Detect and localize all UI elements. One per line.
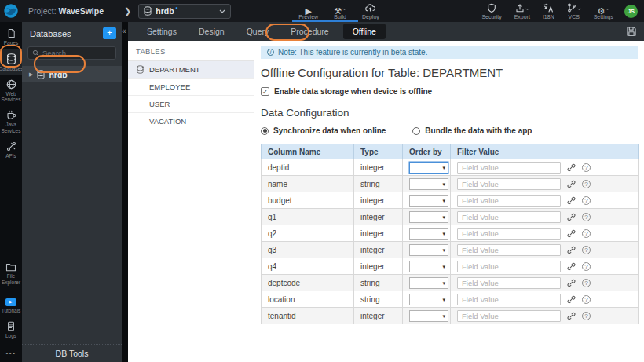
vcs-button[interactable]: VCS [567, 3, 581, 20]
filter-value-input[interactable] [457, 277, 561, 289]
db-modified-marker: * [176, 6, 178, 12]
sidebar-item-tutorials[interactable]: ▶Tutorials [0, 288, 22, 317]
radio-bundle-the-data-with-the-app[interactable]: Bundle the data with the app [412, 126, 532, 135]
help-icon[interactable]: ? [582, 180, 591, 188]
link-icon[interactable] [567, 213, 576, 221]
apis-icon [6, 141, 16, 152]
link-icon[interactable] [567, 196, 576, 205]
link-icon[interactable] [567, 180, 576, 188]
db-selector-dropdown[interactable]: hrdb * [138, 4, 231, 19]
add-database-button[interactable]: + [103, 27, 116, 39]
project-name: WaveSwipe [59, 6, 104, 16]
filter-value-input[interactable] [457, 162, 561, 174]
help-icon[interactable]: ? [582, 262, 591, 271]
filter-value-input[interactable] [457, 310, 561, 322]
radio-button-icon[interactable] [412, 127, 420, 135]
wavemaker-logo-icon [2, 2, 20, 20]
table-item-employee[interactable]: EMPLOYEE [128, 79, 254, 96]
link-icon[interactable] [567, 229, 576, 238]
db-selector-value: hrdb [156, 6, 174, 16]
column-name-cell: name [262, 176, 354, 192]
link-icon[interactable] [567, 246, 576, 254]
filter-value-input[interactable] [457, 178, 561, 190]
page-title: Offline Configuration for Table: DEPARTM… [261, 66, 638, 79]
help-icon[interactable]: ? [582, 246, 591, 254]
help-icon[interactable]: ? [582, 213, 591, 221]
db-item-hrdb[interactable]: ▶ hrdb [22, 66, 122, 82]
table-row-deptcode: deptcodestring▾? [262, 275, 639, 291]
enable-offline-checkbox[interactable]: ✓ [261, 87, 269, 96]
select-caret-icon: ▾ [442, 280, 445, 286]
export-button[interactable]: Export [514, 3, 530, 20]
build-button[interactable]: ⚒Build [334, 3, 346, 20]
collapse-panel-icon[interactable]: « [122, 27, 126, 35]
help-icon[interactable]: ? [582, 312, 591, 320]
user-avatar[interactable]: JS [624, 5, 638, 18]
table-row-q4: q4integer▾? [262, 258, 639, 275]
i18n-button[interactable]: I18N [543, 3, 554, 20]
sidebar-item-file-explorer[interactable]: File Explorer [0, 258, 22, 289]
save-button[interactable] [624, 24, 639, 38]
sidebar-item-web-services[interactable]: Web Services [0, 75, 22, 107]
section-title: Data Configuration [261, 107, 638, 119]
order-by-select[interactable]: ▾ [409, 195, 448, 207]
filter-value-input[interactable] [457, 244, 561, 256]
sidebar-item-pages[interactable]: Pages [0, 24, 22, 49]
settings-button[interactable]: ⚙Settings [594, 3, 613, 20]
breadcrumb-chevron-icon: ❯ [124, 6, 131, 16]
security-button[interactable]: Security [481, 3, 501, 20]
order-by-select[interactable]: ▾ [409, 211, 448, 223]
order-by-select[interactable]: ▾ [409, 228, 448, 240]
table-item-department[interactable]: DEPARTMENT [128, 61, 254, 79]
order-by-select[interactable]: ▾ [409, 310, 448, 322]
order-by-select[interactable]: ▾ [409, 261, 448, 272]
panel-splitter[interactable]: « [122, 22, 128, 362]
filter-value-input[interactable] [457, 228, 561, 240]
radio-synchronize-data-when-online[interactable]: Synchronize data when online [261, 126, 386, 135]
file-explorer-icon [5, 262, 16, 272]
sidebar-item-databases[interactable]: Databases [0, 49, 22, 75]
tab-procedure[interactable]: Procedure [283, 24, 336, 38]
filter-value-input[interactable] [457, 261, 561, 272]
sidebar-item-logs[interactable]: Logs [0, 317, 22, 342]
table-item-vacation[interactable]: VACATION [128, 113, 254, 130]
deploy-button[interactable]: Deploy [362, 3, 379, 20]
order-by-select[interactable]: ▾ [409, 178, 448, 190]
filter-value-input[interactable] [457, 294, 561, 305]
filter-value-input[interactable] [457, 195, 561, 207]
filter-value-input[interactable] [457, 211, 561, 223]
help-icon[interactable]: ? [582, 279, 591, 287]
help-icon[interactable]: ? [582, 229, 591, 238]
link-icon[interactable] [567, 279, 576, 287]
link-icon[interactable] [567, 312, 576, 320]
order-by-select[interactable]: ▾ [409, 162, 448, 174]
order-by-select[interactable]: ▾ [409, 277, 448, 289]
table-item-user[interactable]: USER [128, 96, 254, 113]
order-by-select[interactable]: ▾ [409, 244, 448, 256]
expand-arrow-icon[interactable]: ▶ [29, 71, 33, 78]
column-name-cell: q1 [262, 209, 354, 225]
column-name-cell: budget [262, 192, 354, 209]
sidebar-item-apis[interactable]: APIs [0, 137, 22, 163]
radio-button-icon[interactable] [261, 127, 269, 135]
preview-button[interactable]: ▶Preview [298, 3, 318, 20]
link-icon[interactable] [567, 295, 576, 304]
tab-design[interactable]: Design [191, 24, 232, 38]
db-tools-button[interactable]: DB Tools [22, 344, 122, 362]
help-icon[interactable]: ? [582, 196, 591, 205]
more-options-button[interactable]: ••• [0, 342, 22, 362]
table-row-budget: budgetinteger▾? [262, 192, 639, 209]
tab-settings[interactable]: Settings [139, 24, 185, 38]
tab-offline[interactable]: Offline [343, 24, 386, 39]
tab-query[interactable]: Query [239, 24, 277, 38]
link-icon[interactable] [567, 163, 576, 172]
link-icon[interactable] [567, 262, 576, 271]
action-label: Preview [298, 14, 318, 20]
help-icon[interactable]: ? [582, 295, 591, 304]
order-by-select[interactable]: ▾ [409, 294, 448, 305]
sidebar-item-java-services[interactable]: Java Services [0, 106, 22, 137]
type-cell: string [354, 275, 403, 291]
help-icon[interactable]: ? [582, 163, 591, 172]
search-input[interactable] [42, 49, 112, 57]
select-caret-icon: ▾ [442, 297, 445, 302]
